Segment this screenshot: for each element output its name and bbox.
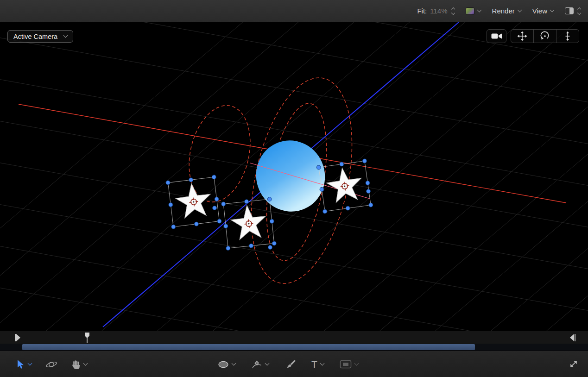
mini-timeline[interactable] xyxy=(0,344,588,351)
hand-tool-button[interactable] xyxy=(71,359,87,370)
chevron-down-icon xyxy=(232,361,236,366)
chevron-down-icon xyxy=(63,33,68,38)
select-tool-button[interactable] xyxy=(16,359,32,370)
chevron-down-icon xyxy=(517,8,522,13)
shape-tool-button[interactable] xyxy=(218,360,235,369)
stepper-icon[interactable] xyxy=(452,8,455,14)
hand-tool-icon xyxy=(71,359,81,370)
render-menu-label: Render xyxy=(492,7,515,15)
star-object-2[interactable] xyxy=(221,197,276,251)
mini-timeline-bar[interactable] xyxy=(22,344,475,350)
transform-3d-tool-button[interactable] xyxy=(45,359,57,370)
view-menu-label: View xyxy=(532,7,547,15)
dolly-view-button[interactable] xyxy=(556,30,579,43)
fit-value: 114% xyxy=(430,7,447,15)
camera-menu-button[interactable]: Active Camera xyxy=(7,30,73,43)
orbit-view-button[interactable] xyxy=(533,30,556,43)
dolly-icon xyxy=(563,31,572,41)
motion-canvas-window: Fit: 114% Render View xyxy=(0,0,588,377)
bezier-tool-icon xyxy=(251,359,262,370)
image-frame-tool-icon xyxy=(340,360,352,369)
star-shape[interactable] xyxy=(229,203,268,240)
camera-overlay-button[interactable] xyxy=(487,29,506,43)
paint-tool-button[interactable] xyxy=(285,359,296,370)
fit-zoom-control[interactable]: Fit: 114% xyxy=(417,7,454,15)
chevron-down-icon xyxy=(265,361,270,366)
chevron-down-icon xyxy=(477,8,481,13)
pan-icon xyxy=(517,31,527,41)
stepper-icon[interactable] xyxy=(578,8,581,14)
canvas-viewport[interactable]: Active Camera xyxy=(0,22,588,331)
pan-view-button[interactable] xyxy=(511,30,533,43)
timeline-ruler[interactable] xyxy=(0,331,588,344)
text-tool-icon: T xyxy=(311,359,317,369)
out-point-icon[interactable] xyxy=(569,333,575,342)
playhead-icon[interactable] xyxy=(84,332,90,343)
chevron-down-icon xyxy=(354,361,359,366)
star-object-3[interactable] xyxy=(316,159,373,214)
sphere-object[interactable] xyxy=(247,132,334,220)
chevron-down-icon xyxy=(28,361,32,366)
expand-icon[interactable] xyxy=(569,359,579,369)
chevron-down-icon xyxy=(83,361,88,366)
pane-layout-icon xyxy=(565,7,574,14)
render-menu[interactable]: Render xyxy=(492,7,521,15)
chevron-down-icon xyxy=(320,361,324,366)
text-tool-button[interactable]: T xyxy=(311,359,324,369)
canvas-scene[interactable] xyxy=(0,22,588,331)
camera-tools-group xyxy=(511,29,579,43)
orbit-icon xyxy=(540,31,550,41)
left-tool-group xyxy=(16,351,87,377)
center-tool-group: T xyxy=(218,351,358,377)
view-menu[interactable]: View xyxy=(532,7,554,15)
transform-3d-tool-icon xyxy=(45,359,57,370)
paint-tool-icon xyxy=(285,359,296,370)
top-toolbar: Fit: 114% Render View xyxy=(0,0,588,22)
camera-menu-label: Active Camera xyxy=(13,33,57,40)
fit-label: Fit: xyxy=(417,7,427,15)
bottom-toolbar: T xyxy=(0,351,588,377)
select-tool-icon xyxy=(16,359,25,370)
bezier-tool-button[interactable] xyxy=(251,359,269,370)
pane-layout-control[interactable] xyxy=(565,7,581,14)
color-swatch-icon xyxy=(466,7,474,15)
camera-icon xyxy=(491,32,503,40)
color-swatch-menu[interactable] xyxy=(466,7,481,15)
shape-tool-icon xyxy=(218,360,229,369)
image-frame-tool-button[interactable] xyxy=(340,360,358,369)
in-point-icon[interactable] xyxy=(15,333,21,342)
view-controls xyxy=(487,29,579,43)
chevron-down-icon xyxy=(550,8,555,13)
star-shape[interactable] xyxy=(325,165,364,203)
